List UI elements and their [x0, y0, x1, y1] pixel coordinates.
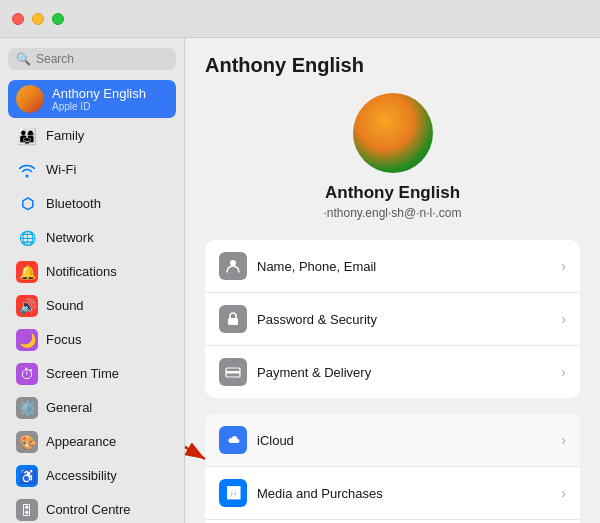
page-title: Anthony English: [205, 54, 580, 77]
name-phone-icon: [219, 252, 247, 280]
name-phone-label: Name, Phone, Email: [257, 259, 561, 274]
sidebar-item-focus[interactable]: 🌙 Focus: [8, 324, 176, 356]
menu-item-password[interactable]: Password & Security ›: [205, 293, 580, 346]
icloud-chevron: ›: [561, 432, 566, 448]
password-icon: [219, 305, 247, 333]
sidebar-item-general-label: General: [46, 400, 92, 416]
search-input[interactable]: [36, 52, 168, 66]
sound-icon: 🔊: [16, 295, 38, 317]
user-info: Anthony English Apple ID: [52, 86, 146, 113]
screentime-icon: ⏱: [16, 363, 38, 385]
password-chevron: ›: [561, 311, 566, 327]
family-icon: 👨‍👩‍👧: [16, 125, 38, 147]
sidebar-item-notifications-label: Notifications: [46, 264, 117, 280]
sidebar-item-accessibility-label: Accessibility: [46, 468, 117, 484]
avatar: [16, 85, 44, 113]
user-sublabel: Apple ID: [52, 101, 146, 112]
services-section: iCloud › 🅰 Media and Purchases ›: [205, 414, 580, 523]
sidebar-item-screentime-label: Screen Time: [46, 366, 119, 382]
sidebar-item-appearance-label: Appearance: [46, 434, 116, 450]
payment-icon: [219, 358, 247, 386]
sidebar: 🔍 Anthony English Apple ID 👨‍👩‍👧 Family: [0, 38, 185, 523]
password-label: Password & Security: [257, 312, 561, 327]
payment-chevron: ›: [561, 364, 566, 380]
sidebar-item-appearance[interactable]: 🎨 Appearance: [8, 426, 176, 458]
search-box[interactable]: 🔍: [8, 48, 176, 70]
wifi-icon: [16, 159, 38, 181]
user-name: Anthony English: [52, 86, 146, 102]
profile-email: ·nthony.engl·sh@·n·l·.com: [323, 206, 461, 220]
media-chevron: ›: [561, 485, 566, 501]
menu-item-media[interactable]: 🅰 Media and Purchases ›: [205, 467, 580, 520]
sidebar-item-family[interactable]: 👨‍👩‍👧 Family: [8, 120, 176, 152]
menu-item-name-phone[interactable]: Name, Phone, Email ›: [205, 240, 580, 293]
menu-item-payment[interactable]: Payment & Delivery ›: [205, 346, 580, 398]
general-icon: ⚙️: [16, 397, 38, 419]
focus-icon: 🌙: [16, 329, 38, 351]
sidebar-item-general[interactable]: ⚙️ General: [8, 392, 176, 424]
notifications-icon: 🔔: [16, 261, 38, 283]
main-layout: 🔍 Anthony English Apple ID 👨‍👩‍👧 Family: [0, 38, 600, 523]
menu-item-icloud[interactable]: iCloud ›: [205, 414, 580, 467]
icloud-label: iCloud: [257, 433, 561, 448]
account-menu-group: Name, Phone, Email › Password & Security…: [205, 240, 580, 398]
svg-rect-1: [228, 318, 238, 325]
svg-point-0: [230, 260, 236, 266]
content-area: Anthony English Anthony English ·nthony.…: [185, 38, 600, 523]
sidebar-item-wifi-label: Wi-Fi: [46, 162, 76, 178]
content-inner: Anthony English Anthony English ·nthony.…: [185, 38, 600, 523]
title-bar: [0, 0, 600, 38]
appearance-icon: 🎨: [16, 431, 38, 453]
controlcentre-icon: 🎛: [16, 499, 38, 521]
sidebar-item-wifi[interactable]: Wi-Fi: [8, 154, 176, 186]
svg-rect-3: [226, 371, 240, 374]
sidebar-item-accessibility[interactable]: ♿ Accessibility: [8, 460, 176, 492]
sidebar-item-user[interactable]: Anthony English Apple ID: [8, 80, 176, 118]
close-button[interactable]: [12, 13, 24, 25]
red-arrow: [185, 424, 220, 484]
accessibility-icon: ♿: [16, 465, 38, 487]
sidebar-item-bluetooth-label: Bluetooth: [46, 196, 101, 212]
payment-label: Payment & Delivery: [257, 365, 561, 380]
sidebar-item-focus-label: Focus: [46, 332, 81, 348]
sidebar-item-bluetooth[interactable]: ⬡ Bluetooth: [8, 188, 176, 220]
media-icon: 🅰: [219, 479, 247, 507]
name-phone-chevron: ›: [561, 258, 566, 274]
sidebar-item-sound[interactable]: 🔊 Sound: [8, 290, 176, 322]
sidebar-item-screentime[interactable]: ⏱ Screen Time: [8, 358, 176, 390]
icloud-icon: [219, 426, 247, 454]
sidebar-item-controlcentre-label: Control Centre: [46, 502, 131, 518]
sidebar-item-sound-label: Sound: [46, 298, 84, 314]
sidebar-item-notifications[interactable]: 🔔 Notifications: [8, 256, 176, 288]
sidebar-item-controlcentre[interactable]: 🎛 Control Centre: [8, 494, 176, 523]
services-menu-group: iCloud › 🅰 Media and Purchases ›: [205, 414, 580, 523]
media-label: Media and Purchases: [257, 486, 561, 501]
profile-section: Anthony English ·nthony.engl·sh@·n·l·.co…: [205, 93, 580, 220]
profile-avatar-image: [353, 93, 433, 173]
profile-avatar[interactable]: [353, 93, 433, 173]
sidebar-item-network-label: Network: [46, 230, 94, 246]
minimize-button[interactable]: [32, 13, 44, 25]
bluetooth-icon: ⬡: [16, 193, 38, 215]
avatar-image: [16, 85, 44, 113]
profile-name: Anthony English: [325, 183, 460, 203]
maximize-button[interactable]: [52, 13, 64, 25]
sidebar-item-family-label: Family: [46, 128, 84, 144]
network-icon: 🌐: [16, 227, 38, 249]
search-icon: 🔍: [16, 52, 31, 66]
sidebar-item-network[interactable]: 🌐 Network: [8, 222, 176, 254]
